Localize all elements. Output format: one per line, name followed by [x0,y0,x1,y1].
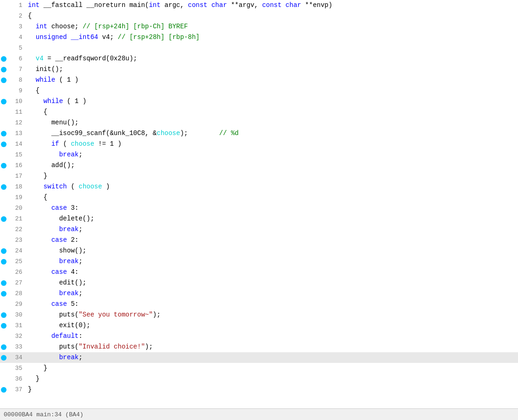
token-plain: ( 1 ) [55,76,79,84]
line-number: 2 [7,11,26,21]
code-content: edit(); [26,278,86,288]
token-plain: ) [102,183,110,190]
line-number: 8 [7,75,26,85]
code-line: 34 break; [0,352,518,363]
breakpoint-area[interactable] [0,78,7,83]
code-line: 5 [0,43,518,53]
token-kw: char [211,1,227,9]
token-plain: } [28,375,39,382]
breakpoint-area[interactable] [0,344,7,350]
line-number: 28 [7,288,26,299]
line-number: 34 [7,352,26,363]
line-number: 12 [7,117,26,128]
line-number: 33 [7,342,26,352]
token-plain: = __readfsqword(0x28u); [44,55,138,62]
token-plain [28,183,44,190]
line-number: 35 [7,363,26,374]
token-plain: ( 1 ) [63,97,86,105]
code-line: 19 { [0,192,518,203]
breakpoint-dot [1,259,7,265]
code-line: 22 break; [0,224,518,235]
token-kw: while [44,97,63,105]
code-content: case 3: [26,203,79,213]
breakpoint-dot [1,163,7,168]
token-plain: 4: [67,268,79,276]
breakpoint-area[interactable] [0,67,7,72]
breakpoint-dot [1,67,7,72]
code-view: 1int __fastcall __noreturn main(int argc… [0,0,518,408]
breakpoint-area[interactable] [0,259,7,265]
token-kw: const [188,1,208,9]
breakpoint-dot [1,355,7,361]
token-plain: ); [145,343,153,350]
token-plain [28,76,36,84]
token-kw: default [51,332,79,340]
breakpoint-area[interactable] [0,280,7,286]
code-content: menu(); [26,117,79,128]
breakpoint-area[interactable] [0,163,7,168]
token-plain: choose; [47,23,83,30]
breakpoint-area[interactable] [0,387,7,393]
code-content: case 2: [26,235,79,246]
code-line: 32 default: [0,331,518,342]
token-comment: // [rsp+28h] [rbp-8h] [118,33,199,41]
code-line: 24 show(); [0,246,518,256]
token-kw: case [51,204,67,212]
line-number: 23 [7,235,26,246]
line-number: 24 [7,246,26,256]
breakpoint-dot [1,78,7,83]
token-plain [28,236,51,244]
code-content: while ( 1 ) [26,96,86,107]
token-kw: break [59,290,79,297]
breakpoint-dot [1,323,7,329]
line-number: 31 [7,320,26,331]
code-content: exit(0); [26,320,90,331]
code-line: 26 case 4: [0,267,518,278]
breakpoint-area[interactable] [0,216,7,222]
breakpoint-dot [1,248,7,254]
code-content: { [26,107,47,117]
breakpoint-dot [1,312,7,318]
breakpoint-area[interactable] [0,56,7,62]
token-plain: ; [79,290,82,297]
token-plain: puts( [28,311,79,318]
token-plain: edit(); [28,279,86,286]
breakpoint-dot [1,216,7,222]
token-plain [28,23,36,30]
token-kw: const [262,1,282,9]
token-kw: unsigned [36,33,67,41]
token-kw: switch [44,183,67,190]
breakpoint-area[interactable] [0,142,7,147]
breakpoint-area[interactable] [0,184,7,190]
token-comment: // [rsp+24h] [rbp-Ch] BYREF [83,23,188,30]
token-plain [28,226,59,233]
token-plain [28,140,51,148]
token-cyan-var: choose [157,129,180,137]
token-kw: break [59,354,79,361]
breakpoint-area[interactable] [0,131,7,136]
token-plain: show(); [28,247,86,254]
token-plain: ; [79,258,82,265]
code-line: 20 case 3: [0,203,518,213]
token-kw: char [286,1,302,9]
breakpoint-area[interactable] [0,248,7,254]
token-plain: : [79,332,82,340]
token-plain [282,1,285,9]
code-content: case 4: [26,267,79,278]
breakpoint-area[interactable] [0,355,7,361]
code-line: 37} [0,384,518,395]
breakpoint-area[interactable] [0,312,7,318]
code-content: } [26,171,47,181]
token-kw: case [51,300,67,308]
code-content: default: [26,331,83,342]
code-content: switch ( choose ) [26,181,110,192]
breakpoint-area[interactable] [0,323,7,329]
token-plain: menu(); [28,119,79,126]
token-plain: delete(); [28,215,94,222]
breakpoint-dot [1,131,7,136]
breakpoint-dot [1,387,7,393]
breakpoint-area[interactable] [0,99,7,104]
code-content: } [26,374,39,384]
breakpoint-area[interactable] [0,291,7,297]
line-number: 6 [7,53,26,64]
